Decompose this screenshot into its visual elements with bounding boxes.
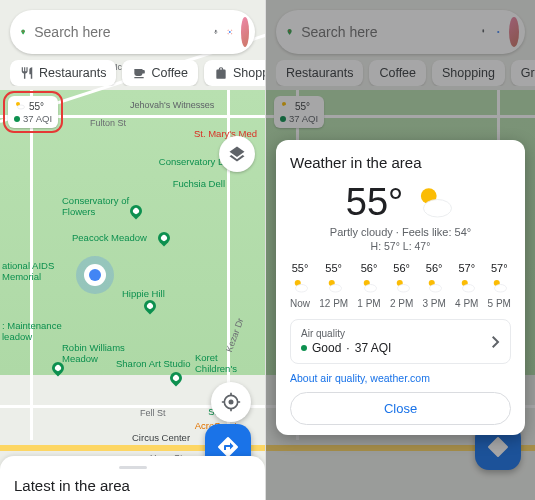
poi-label[interactable]: Jehovah's Witnesses (130, 100, 214, 110)
fc-hour: 1 PM (357, 298, 380, 309)
fc-temp: 56° (393, 262, 410, 274)
fc-hour: 3 PM (422, 298, 445, 309)
street-label: Fulton St (90, 118, 126, 128)
restaurant-icon (20, 66, 34, 80)
sun-cloud-icon (325, 277, 343, 295)
svg-point-11 (424, 199, 452, 217)
layers-button[interactable] (219, 136, 255, 172)
grab-handle[interactable] (119, 466, 147, 469)
locate-icon (221, 392, 241, 412)
poi-label[interactable]: ational AIDS Memorial (2, 260, 54, 282)
fc-temp: 55° (292, 262, 309, 274)
aq-label: Air quality (301, 328, 391, 339)
poi-label[interactable]: Sharon Art Studio (116, 358, 190, 369)
sun-cloud-icon (291, 277, 309, 295)
svg-point-0 (22, 31, 23, 32)
fc-hour: Now (290, 298, 310, 309)
sun-cloud-icon (360, 277, 378, 295)
air-quality-row[interactable]: Air quality Good · 37 AQI (290, 319, 511, 364)
locate-button[interactable] (211, 382, 251, 422)
layers-icon (228, 145, 246, 163)
lens-icon[interactable] (227, 22, 233, 42)
svg-point-13 (296, 285, 308, 293)
forecast-hour: 56°2 PM (390, 262, 413, 309)
poi-label[interactable]: St. Mary's Med (194, 128, 257, 139)
forecast-hour: 57°4 PM (455, 262, 478, 309)
chip-label: Shopping (233, 66, 265, 80)
weather-card: Weather in the area 55° Partly cloudy · … (276, 140, 525, 435)
chip-label: Coffee (151, 66, 188, 80)
fc-temp: 57° (491, 262, 508, 274)
forecast-hour: 56°3 PM (422, 262, 445, 309)
fc-temp: 56° (426, 262, 443, 274)
screen-weather-card: Restaurants Coffee Shopping Grocer 55° 3… (266, 0, 535, 500)
aq-value: 37 AQI (355, 341, 392, 355)
chip-label: Restaurants (39, 66, 106, 80)
fc-temp: 55° (325, 262, 342, 274)
sun-cloud-icon (490, 277, 508, 295)
aqi-dot-icon (14, 116, 20, 122)
poi-label[interactable]: : Maintenance leadow (2, 320, 62, 342)
poi-label[interactable]: Conservatory of Flowers (62, 195, 129, 217)
fc-hour: 4 PM (455, 298, 478, 309)
svg-point-1 (229, 31, 231, 33)
fc-hour: 12 PM (319, 298, 348, 309)
svg-point-23 (462, 285, 474, 293)
category-chips: Restaurants Coffee Shopping Grocer (10, 60, 265, 86)
poi-pin-icon[interactable] (128, 203, 145, 220)
poi-label[interactable]: Koret Children's (195, 352, 237, 374)
svg-point-17 (365, 285, 377, 293)
chevron-right-icon (492, 336, 500, 348)
sun-cloud-icon (393, 277, 411, 295)
svg-point-21 (430, 285, 442, 293)
fc-temp: 57° (458, 262, 475, 274)
sun-cloud-icon (413, 182, 455, 224)
poi-pin-icon[interactable] (168, 370, 185, 387)
poi-label[interactable]: Peacock Meadow (72, 232, 147, 243)
current-location-dot[interactable] (84, 264, 106, 286)
svg-point-15 (329, 285, 341, 293)
fc-hour: 2 PM (390, 298, 413, 309)
chip-restaurants[interactable]: Restaurants (10, 60, 116, 86)
badge-aqi: 37 AQI (23, 113, 52, 124)
sun-cloud-icon (14, 100, 26, 112)
poi-pin-icon[interactable] (156, 230, 173, 247)
coffee-icon (132, 66, 146, 80)
close-button[interactable]: Close (290, 392, 511, 425)
aq-status: Good (312, 341, 341, 355)
search-input[interactable] (34, 24, 209, 40)
fc-temp: 56° (361, 262, 378, 274)
profile-avatar[interactable] (241, 17, 249, 47)
about-link[interactable]: About air quality, weather.com (290, 372, 511, 384)
screen-map: McAllister St Fulton St Fell St Hugo St … (0, 0, 266, 500)
sun-cloud-icon (425, 277, 443, 295)
poi-label[interactable]: Hippie Hill (122, 288, 165, 299)
street-label: Fell St (140, 408, 166, 418)
svg-point-25 (495, 285, 507, 293)
shopping-icon (214, 66, 228, 80)
fc-hour: 5 PM (488, 298, 511, 309)
card-title: Weather in the area (290, 154, 511, 171)
svg-point-19 (397, 285, 409, 293)
hourly-forecast[interactable]: 55°Now55°12 PM56°1 PM56°2 PM56°3 PM57°4 … (290, 262, 511, 309)
svg-point-4 (229, 400, 234, 405)
aqi-dot-icon (301, 345, 307, 351)
weather-badge[interactable]: 55° 37 AQI (8, 96, 58, 128)
svg-point-3 (18, 105, 25, 109)
poi-label[interactable]: Fuchsia Dell (173, 178, 225, 189)
hero-temp: 55° (346, 181, 403, 224)
sheet-title: Latest in the area (14, 477, 251, 494)
badge-temp: 55° (29, 101, 44, 112)
poi-pin-icon[interactable] (142, 298, 159, 315)
condition-text: Partly cloudy · Feels like: 54° (290, 226, 511, 238)
bottom-sheet[interactable]: Latest in the area (0, 456, 265, 500)
chip-coffee[interactable]: Coffee (122, 60, 198, 86)
mic-icon[interactable] (213, 22, 219, 42)
chip-shopping[interactable]: Shopping (204, 60, 265, 86)
forecast-hour: 55°12 PM (319, 262, 348, 309)
poi-label[interactable]: Circus Center (132, 432, 190, 443)
sun-cloud-icon (458, 277, 476, 295)
forecast-hour: 55°Now (290, 262, 310, 309)
search-bar[interactable] (10, 10, 255, 54)
forecast-hour: 56°1 PM (357, 262, 380, 309)
